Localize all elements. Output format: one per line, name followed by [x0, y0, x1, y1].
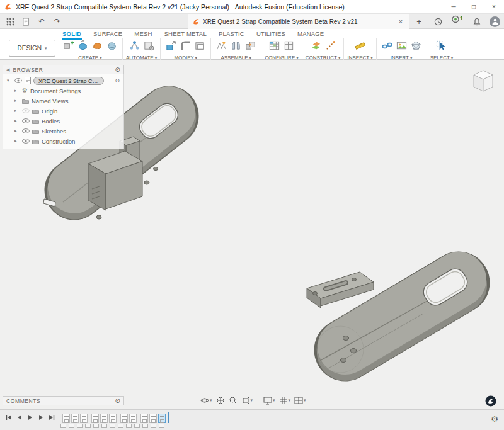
fillet-button[interactable] [178, 38, 193, 53]
minimize-button[interactable]: ─ [444, 0, 464, 14]
timeline-group-marker[interactable] [69, 424, 74, 428]
joint-button[interactable] [229, 38, 243, 53]
tree-item-bodies[interactable]: ▸ Bodies [3, 116, 123, 126]
grid-snap-button[interactable]: ▾ [279, 396, 291, 405]
maximize-button[interactable]: □ [464, 0, 484, 14]
revolve-button[interactable] [105, 38, 119, 53]
timeline-skip-start-button[interactable] [4, 413, 13, 422]
configuration-table-button[interactable] [267, 38, 282, 53]
timeline-feature-icon[interactable] [140, 414, 148, 423]
timeline-group-marker[interactable] [126, 424, 132, 428]
tree-item-sketches[interactable]: ▸ Sketches [3, 126, 123, 136]
timeline-position-marker[interactable] [168, 412, 169, 423]
expand-arrow-icon[interactable]: ▸ [14, 108, 20, 113]
select-button[interactable] [434, 38, 449, 53]
timeline-group-marker[interactable] [77, 424, 83, 428]
design-workspace-button[interactable]: DESIGN ▾ [9, 40, 55, 57]
zoom-button[interactable] [229, 396, 238, 405]
timeline-group-marker[interactable] [134, 424, 140, 428]
timeline-skip-end-button[interactable] [47, 413, 56, 422]
pan-button[interactable] [216, 396, 225, 405]
timeline-feature-icon[interactable] [91, 414, 99, 423]
timeline-group-marker[interactable] [101, 424, 107, 428]
timeline-feature-icon[interactable] [120, 414, 128, 423]
alerts-button[interactable] [470, 15, 484, 28]
tree-item-construction[interactable]: ▸ Construction [3, 136, 123, 146]
tree-item-document-settings[interactable]: ▸ ⚙ Document Settings [3, 86, 123, 96]
expand-arrow-icon[interactable]: ▸ [14, 128, 20, 133]
job-status-button[interactable] [431, 15, 445, 28]
timeline-settings-button[interactable]: ⚙ [491, 414, 498, 424]
construct-axis-button[interactable] [323, 38, 338, 53]
timeline-feature-icon[interactable] [80, 414, 88, 423]
viewports-button[interactable]: ▾ [294, 396, 306, 405]
timeline-feature-icon[interactable] [109, 414, 117, 423]
timeline-play-button[interactable] [25, 413, 35, 422]
timeline-group-marker[interactable] [85, 424, 91, 428]
timeline-feature-icon[interactable] [100, 414, 108, 423]
new-assembly-button[interactable] [243, 38, 258, 53]
new-component-button[interactable] [61, 38, 76, 53]
user-avatar[interactable] [490, 16, 500, 27]
timeline-group-marker[interactable] [151, 424, 156, 428]
data-panel-button[interactable] [19, 15, 33, 28]
undo-button[interactable]: ↶ [35, 15, 49, 28]
expand-arrow-icon[interactable]: ▸ [14, 98, 20, 103]
measure-button[interactable] [353, 38, 367, 53]
visibility-eye-off-icon[interactable] [22, 108, 30, 113]
timeline-feature-icon[interactable] [62, 414, 70, 423]
collapse-panel-icon[interactable]: ◀ [6, 67, 9, 72]
form-button[interactable] [90, 38, 105, 53]
browser-header[interactable]: ◀ BROWSER ⊙ [3, 65, 124, 74]
fit-button[interactable]: ▾ [241, 396, 253, 405]
timeline-step-back-button[interactable] [14, 413, 24, 422]
display-settings-button[interactable]: ▾ [263, 396, 275, 405]
insert-derive-button[interactable] [380, 38, 394, 53]
visibility-eye-icon[interactable] [22, 128, 30, 133]
press-pull-button[interactable] [164, 38, 178, 53]
timeline-feature-icon[interactable] [71, 414, 79, 423]
extrude-button[interactable] [76, 38, 90, 53]
visibility-eye-icon[interactable] [14, 78, 22, 83]
comments-header[interactable]: COMMENTS ⊙ [3, 396, 124, 405]
panel-options-icon[interactable]: ⊙ [115, 397, 120, 404]
timeline-group-marker[interactable] [118, 424, 123, 428]
app-grid-button[interactable] [3, 15, 17, 28]
model-body-bottom[interactable] [307, 265, 471, 373]
timeline-group-marker[interactable] [142, 424, 148, 428]
tab-close-icon[interactable]: × [396, 18, 405, 25]
construct-plane-button[interactable] [309, 38, 323, 53]
shell-button[interactable] [193, 38, 207, 53]
timeline-feature-icon[interactable] [129, 414, 137, 423]
timeline-group-marker[interactable] [159, 424, 164, 428]
timeline-group-marker[interactable] [93, 424, 99, 428]
pattern-button[interactable] [214, 38, 229, 53]
viewport-canvas[interactable]: ◀ BROWSER ⊙ ▾ XRE Quest 2 Strap Compatib… [0, 60, 504, 409]
timeline-feature-icon[interactable] [149, 414, 157, 423]
timeline-group-marker[interactable] [110, 424, 115, 428]
automate-button[interactable] [127, 38, 142, 53]
timeline-step-forward-button[interactable] [36, 413, 45, 422]
configure-automation-button[interactable] [142, 38, 156, 53]
tree-root-row[interactable]: ▾ XRE Quest 2 Strap Compatible... ⊙ [3, 76, 123, 86]
document-tab[interactable]: XRE Quest 2 Strap Compatible System Beta… [188, 14, 410, 29]
tree-item-origin[interactable]: ▸ Origin [3, 106, 123, 116]
root-component-label[interactable]: XRE Quest 2 Strap Compatible... [33, 77, 104, 85]
visibility-eye-icon[interactable] [22, 118, 30, 123]
notifications-button[interactable]: 1 [450, 15, 464, 28]
orbit-button[interactable]: ▾ [200, 396, 212, 405]
timeline-group-marker[interactable] [60, 424, 66, 428]
redo-button[interactable]: ↷ [50, 15, 64, 28]
expand-arrow-icon[interactable]: ▾ [7, 78, 12, 83]
new-tab-button[interactable]: + [413, 16, 425, 27]
assistant-button[interactable] [485, 395, 496, 407]
expand-arrow-icon[interactable]: ▸ [14, 88, 20, 93]
component-radio-icon[interactable]: ⊙ [115, 77, 120, 84]
close-button[interactable]: × [484, 0, 504, 14]
expand-arrow-icon[interactable]: ▸ [14, 118, 20, 123]
insert-mesh-button[interactable] [409, 38, 423, 53]
visibility-eye-icon[interactable] [22, 139, 30, 144]
timeline-feature-icon-current[interactable] [158, 414, 166, 423]
view-cube[interactable] [470, 67, 496, 94]
panel-options-icon[interactable]: ⊙ [115, 66, 120, 73]
